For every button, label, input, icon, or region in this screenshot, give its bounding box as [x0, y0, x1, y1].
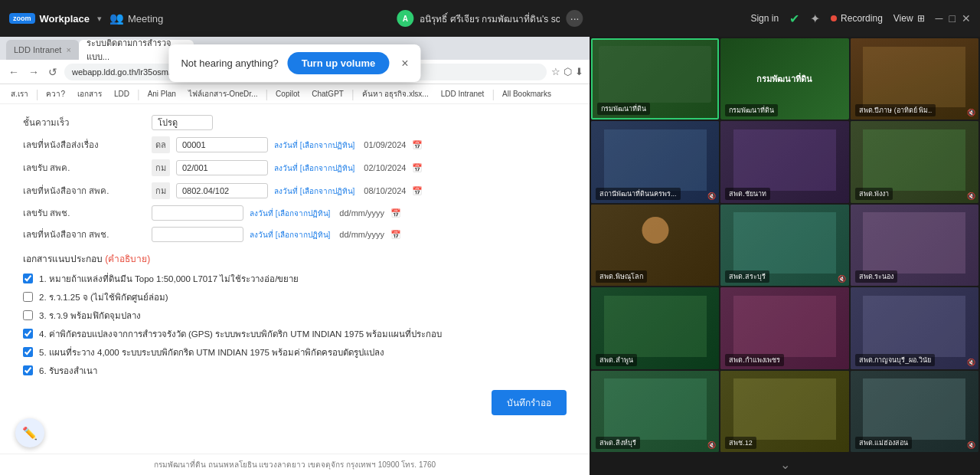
- scroll-down-indicator[interactable]: ⌄: [590, 454, 980, 475]
- bookmark-eksat[interactable]: เอกสาร: [73, 87, 106, 101]
- bookmarks-bar: ส.เรา | ควา? เอกสาร LDD | Ani Plan ไฟล์เ…: [0, 84, 590, 104]
- close-button[interactable]: ✕: [962, 12, 971, 25]
- notification-close-button[interactable]: ×: [401, 57, 408, 70]
- calendar-icon-4[interactable]: 📅: [390, 208, 401, 218]
- docs-link[interactable]: (คำอธิบาย): [105, 254, 150, 264]
- minimize-button[interactable]: ─: [936, 12, 943, 25]
- field-input-doc-number[interactable]: [176, 137, 268, 152]
- tab-close-icon[interactable]: ×: [66, 45, 70, 54]
- field-input-receive-spc[interactable]: [152, 205, 243, 221]
- video-label-8: สพด.ระนอง: [855, 270, 898, 283]
- meeting-more-button[interactable]: ···: [567, 10, 583, 27]
- bookmark-files[interactable]: ไฟล์เอกสาร-OneDr...: [184, 87, 263, 101]
- form-row-receive-spc: เลขรับ สพช. ลงวันที่ [เลือกจากปฏิทิน] dd…: [23, 205, 567, 221]
- meeting-label: Meeting: [128, 13, 163, 25]
- topbar: zoom Workplace ▾ 👥 Meeting A อนิรุทธิ์ ศ…: [0, 0, 980, 37]
- video-cell-10[interactable]: สพด.กำแพงเพชร: [720, 287, 848, 369]
- bookmark-copilot[interactable]: Copilot: [271, 88, 304, 100]
- maximize-button[interactable]: □: [949, 12, 956, 25]
- video-cell-5[interactable]: สพด.พังงา 🔇: [851, 121, 978, 202]
- date-label-1[interactable]: ลงวันที่ [เลือกจากปฏิทิน]: [274, 139, 354, 151]
- download-icon[interactable]: ⬇: [575, 66, 583, 77]
- bookmark-ldd-intranet[interactable]: LDD Intranet: [436, 88, 489, 100]
- chevron-down-icon: ⌄: [780, 457, 790, 472]
- field-label-doc-number: เลขที่หนังสือส่งเรื่อง: [23, 138, 145, 152]
- bookmark-ldd[interactable]: LDD: [109, 88, 134, 100]
- edit-fab-button[interactable]: ✏️: [15, 418, 44, 447]
- checkbox-label-3: 3. ร.ว.9 พร้อมฟิกัดจุมปลาง: [39, 309, 141, 323]
- video-cell-4[interactable]: สพด.ชัยนาท: [720, 121, 848, 202]
- bookmark-sroa[interactable]: ส.เรา: [6, 87, 33, 101]
- checkbox-label-6: 6. รับรองสำเนา: [39, 364, 97, 378]
- field-input-speed[interactable]: [152, 115, 213, 130]
- bookmark-chatgpt[interactable]: ChatGPT: [307, 88, 348, 100]
- video-cell-13[interactable]: สพช.12: [720, 371, 848, 452]
- date-label-4[interactable]: ลงวันที่ [เลือกจากปฏิทิน]: [250, 208, 330, 219]
- video-cell-9[interactable]: สพด.ลำพูน: [591, 287, 719, 369]
- prefix-km: กม: [152, 159, 170, 176]
- field-input-letter-spk[interactable]: [176, 183, 268, 198]
- dropdown-arrow-icon[interactable]: ▾: [97, 14, 102, 24]
- field-input-letter-spc[interactable]: [152, 227, 243, 242]
- calendar-icon-3[interactable]: 📅: [412, 186, 423, 196]
- video-area: กรมพัฒนาที่ดิน กรมพัฒนาที่ดิน กรมพัฒนาที…: [590, 37, 980, 475]
- checkbox-6[interactable]: [23, 365, 33, 375]
- recording-dot-icon: [831, 15, 837, 21]
- video-cell-7[interactable]: สพด.สระบุรี 🔇: [720, 205, 848, 286]
- mic-muted-icon-14: 🔇: [967, 441, 975, 449]
- turn-up-volume-button[interactable]: Turn up volume: [288, 52, 390, 74]
- video-cell-12[interactable]: สพด.สิงห์บุรี 🔇: [591, 371, 719, 452]
- calendar-icon-5[interactable]: 📅: [390, 230, 401, 240]
- calendar-icon-2[interactable]: 📅: [412, 163, 423, 173]
- sign-in-button[interactable]: Sign in: [750, 13, 779, 24]
- date-label-5[interactable]: ลงวันที่ [เลือกจากปฏิทิน]: [250, 229, 330, 241]
- submit-button[interactable]: บันทึกรำออ: [492, 390, 567, 415]
- calendar-icon-1[interactable]: 📅: [412, 140, 423, 150]
- video-cell-3[interactable]: สถานีพัฒนาที่ดินนครพร... 🔇: [591, 121, 719, 202]
- docs-label: เอกสารแนบประกอบ: [23, 254, 105, 264]
- recording-indicator: Recording: [831, 13, 883, 24]
- ai-sparkle-icon[interactable]: ✦: [810, 11, 820, 26]
- date-label-3[interactable]: ลงวันที่ [เลือกจากปฏิทิน]: [274, 185, 354, 197]
- tab-ldd-intranet[interactable]: LDD Intranet ×: [6, 40, 79, 60]
- bookmark-search[interactable]: ค้นหา อธุรกิจ.xlsx...: [358, 87, 433, 101]
- video-cell-14[interactable]: สพด.แม่ฮ่องสอน 🔇: [851, 371, 978, 452]
- meeting-button[interactable]: 👥 Meeting: [109, 11, 163, 25]
- bookmark-all[interactable]: All Bookmarks: [498, 88, 556, 100]
- view-button[interactable]: View ⊞: [893, 13, 925, 24]
- prefix-km2: กม: [152, 182, 170, 199]
- form-row-letter-spk: เลขที่หนังสือจาก สพค. กม ลงวันที่ [เลือก…: [23, 182, 567, 199]
- form-row-letter-spc: เลขที่หนังสือจาก สพช. ลงวันที่ [เลือกจาก…: [23, 227, 567, 242]
- checkbox-row-5: 5. แผนที่ระวาง 4,000 ระบบระบบพิกัดกริด U…: [23, 346, 567, 359]
- back-button[interactable]: ←: [6, 66, 21, 78]
- form-scroll-area[interactable]: ชั้นความเร็ว เลขที่หนังสือส่งเรื่อง ดล ล…: [0, 104, 590, 454]
- video-cell-6[interactable]: สพด.พิษณุโลก: [591, 205, 719, 286]
- reload-button[interactable]: ↺: [46, 66, 60, 78]
- security-icon: ✔: [789, 11, 799, 26]
- field-label-speed: ชั้นความเร็ว: [23, 116, 145, 129]
- checkbox-2[interactable]: [23, 292, 33, 302]
- date-label-2[interactable]: ลงวันที่ [เลือกจากปฏิทิน]: [274, 162, 354, 174]
- video-label-2: สพด.ปีภาษ (อาทิตย์ พิม..: [855, 104, 936, 116]
- form-row-speed: ชั้นความเร็ว: [23, 115, 567, 130]
- forward-button[interactable]: →: [26, 66, 41, 78]
- video-cell-8[interactable]: สพด.ระนอง: [851, 205, 978, 286]
- video-cell-0[interactable]: กรมพัฒนาที่ดิน: [591, 38, 719, 120]
- checkbox-label-1: 1. หมายถ้าแหล่งที่ดินมีน Topo 1:50,000 L…: [39, 272, 299, 286]
- bookmark-icon[interactable]: ☆: [551, 66, 560, 77]
- bookmark-kwaa[interactable]: ควา?: [41, 87, 70, 101]
- mic-muted-icon-12: 🔇: [707, 441, 716, 449]
- notification-text: Not hearing anything?: [181, 57, 278, 69]
- checkbox-4[interactable]: [23, 329, 33, 339]
- video-cell-1[interactable]: กรมพัฒนาที่ดิน กรมพัฒนาที่ดิน: [720, 38, 848, 120]
- zoom-logo: zoom Workplace: [9, 13, 90, 25]
- checkbox-5[interactable]: [23, 347, 33, 357]
- bookmark-ani-plan[interactable]: Ani Plan: [143, 88, 181, 100]
- field-input-receive-spk[interactable]: [176, 160, 268, 175]
- video-cell-2[interactable]: สพด.ปีภาษ (อาทิตย์ พิม.. 🔇: [851, 38, 978, 120]
- video-cell-11[interactable]: สพด.กาญจนบุรี_ผอ.วินัย 🔇: [851, 287, 978, 369]
- checkbox-1[interactable]: [23, 274, 33, 283]
- share-icon[interactable]: ⬡: [564, 66, 572, 77]
- checkbox-label-4: 4. ค่าพิกัดรอบแปลงจากการสำรวจรังวัด (GPS…: [39, 327, 442, 341]
- checkbox-3[interactable]: [23, 310, 33, 320]
